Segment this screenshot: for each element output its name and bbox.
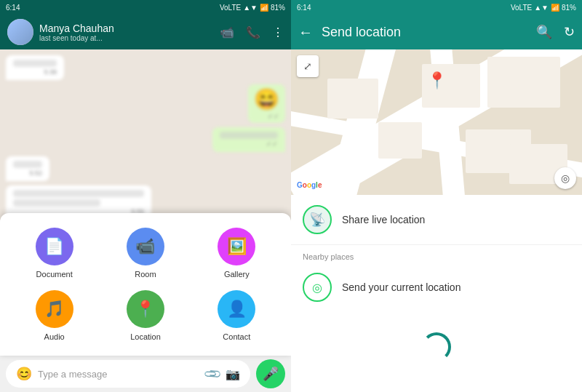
right-header-icons: 🔍 ↻	[536, 24, 575, 40]
gallery-label: Gallery	[224, 270, 250, 279]
chat-header-info: Manya Chauhan last seen today at...	[39, 23, 214, 42]
map-my-location-button[interactable]: ◎	[554, 167, 576, 189]
message-bubble: 5:52	[6, 156, 49, 181]
room-icon: 📹	[127, 228, 164, 265]
right-header: ← Send location 🔍 ↻	[291, 15, 582, 49]
back-button[interactable]: ←	[298, 24, 313, 41]
left-panel: 6:14 VoLTE ▲▼ 📶 81% Manya Chauhan last s…	[0, 0, 291, 392]
document-label: Document	[36, 270, 73, 279]
svg-rect-8	[378, 122, 422, 159]
location-icon: 📍	[127, 290, 164, 328]
message-bubble: 5:38	[6, 55, 64, 80]
right-panel: 6:14 VoLTE ▲▼ 📶 81% ← Send location 🔍 ↻	[291, 0, 582, 392]
attachment-menu: 📄 Document 📹 Room 🖼️ Gallery 🎵 Audio 📍 L…	[0, 213, 291, 356]
right-status-icons: VoLTE ▲▼ 📶 81%	[511, 4, 576, 12]
chat-header: Manya Chauhan last seen today at... 📹 📞 …	[0, 15, 291, 49]
attach-icon[interactable]: 📎	[202, 364, 223, 384]
right-status-bar: 6:14 VoLTE ▲▼ 📶 81%	[291, 0, 582, 15]
attach-location[interactable]: 📍 Location	[127, 290, 164, 341]
search-icon[interactable]: 🔍	[536, 24, 552, 40]
audio-label: Audio	[44, 332, 65, 341]
map-pin: 📍	[427, 71, 447, 90]
message-input-placeholder[interactable]: Type a message	[38, 369, 199, 380]
send-current-location-item[interactable]: ◎ Send your current location	[291, 264, 582, 311]
message-bubble: ✓✓	[212, 127, 285, 152]
current-location-label: Send your current location	[342, 281, 461, 293]
loading-area	[291, 311, 582, 383]
status-time: 6:14	[6, 4, 20, 12]
audio-icon: 🎵	[36, 290, 73, 328]
emoji-icon[interactable]: 😊	[16, 366, 32, 382]
message-bubble: 😄 ✓✓	[248, 84, 285, 123]
live-location-icon: 📡	[303, 205, 332, 234]
refresh-icon[interactable]: ↻	[564, 24, 575, 40]
contact-name: Manya Chauhan	[39, 23, 214, 34]
right-status-time: 6:14	[297, 4, 311, 12]
attachment-grid: 📄 Document 📹 Room 🖼️ Gallery 🎵 Audio 📍 L…	[15, 228, 276, 341]
current-location-icon: ◎	[303, 273, 332, 302]
message-input-wrap[interactable]: 😊 Type a message 📎 📷	[6, 360, 250, 388]
location-options: 📡 Share live location Nearby places ◎ Se…	[291, 195, 582, 392]
nearby-section-label: Nearby places	[291, 245, 582, 264]
page-title: Send location	[322, 25, 527, 40]
gallery-icon: 🖼️	[218, 228, 255, 265]
attach-room[interactable]: 📹 Room	[127, 228, 164, 279]
attach-document[interactable]: 📄 Document	[36, 228, 73, 279]
contact-avatar	[7, 19, 33, 45]
contact-icon: 👤	[218, 290, 255, 328]
live-location-label: Share live location	[342, 214, 425, 225]
svg-rect-7	[487, 57, 560, 108]
video-call-icon[interactable]: 📹	[220, 25, 234, 39]
input-bar: 😊 Type a message 📎 📷 🎤	[0, 356, 291, 392]
left-status-bar: 6:14 VoLTE ▲▼ 📶 81%	[0, 0, 291, 15]
svg-rect-10	[327, 79, 378, 119]
status-icons: VoLTE ▲▼ 📶 81%	[220, 4, 285, 12]
location-label: Location	[130, 332, 161, 341]
camera-icon[interactable]: 📷	[226, 367, 240, 381]
contact-label: Contact	[223, 332, 250, 341]
contact-status: last seen today at...	[39, 34, 214, 42]
attach-contact[interactable]: 👤 Contact	[218, 290, 255, 341]
google-logo: Google	[297, 181, 322, 189]
map-area: ⤢ ◎ 📍 Google	[291, 49, 582, 195]
share-live-location-item[interactable]: 📡 Share live location	[291, 195, 582, 245]
attach-audio[interactable]: 🎵 Audio	[36, 290, 73, 341]
phone-icon[interactable]: 📞	[246, 25, 260, 39]
room-label: Room	[135, 270, 156, 279]
loading-spinner	[422, 332, 451, 361]
header-icons: 📹 📞 ⋮	[220, 25, 284, 39]
more-options-icon[interactable]: ⋮	[272, 25, 284, 39]
mic-button[interactable]: 🎤	[256, 359, 285, 388]
map-expand-button[interactable]: ⤢	[297, 55, 319, 77]
document-icon: 📄	[36, 228, 73, 265]
attach-gallery[interactable]: 🖼️ Gallery	[218, 228, 255, 279]
